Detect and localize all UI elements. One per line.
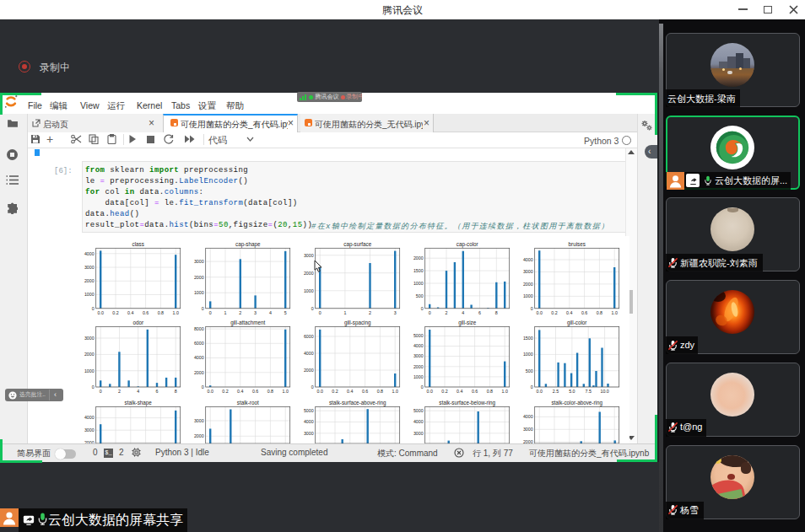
svg-text:3000: 3000 [194,259,204,264]
svg-text:8: 8 [175,389,177,394]
svg-text:0: 0 [421,384,424,390]
svg-text:2000: 2000 [84,278,95,283]
svg-text:2: 2 [369,310,371,315]
svg-text:1000: 1000 [523,293,533,298]
svg-text:3: 3 [394,310,397,315]
svg-text:odor: odor [132,320,143,325]
svg-text:0.6: 0.6 [252,389,258,394]
svg-text:2000: 2000 [84,440,95,443]
svg-text:2000: 2000 [194,370,204,375]
svg-text:0.4: 0.4 [237,389,243,394]
svg-text:gill-spacing: gill-spacing [344,320,371,326]
svg-text:0: 0 [92,384,95,390]
svg-text:6000: 6000 [194,341,204,346]
svg-text:stalk-root: stalk-root [237,400,259,406]
svg-text:1.0: 1.0 [502,389,508,394]
svg-text:bruises: bruises [569,241,586,247]
svg-text:4000: 4000 [304,419,314,424]
svg-text:0: 0 [311,384,314,390]
svg-text:0.6: 0.6 [581,310,587,315]
svg-text:1000: 1000 [304,288,314,293]
svg-text:class: class [132,241,144,247]
svg-text:2000: 2000 [304,368,314,373]
svg-text:3000: 3000 [413,353,424,358]
svg-text:2: 2 [118,389,121,394]
svg-text:4000: 4000 [523,414,533,419]
svg-text:5000: 5000 [304,408,314,413]
svg-text:2000: 2000 [523,282,533,287]
svg-text:3000: 3000 [84,336,95,341]
svg-text:0.6: 0.6 [143,310,149,315]
svg-text:4000: 4000 [304,351,314,356]
svg-text:8: 8 [495,310,498,315]
svg-text:0.8: 0.8 [377,389,383,394]
svg-text:6: 6 [156,389,159,394]
svg-text:0.0: 0.0 [537,310,543,315]
svg-text:gill-attachment: gill-attachment [230,320,265,326]
svg-text:2.5: 2.5 [553,389,559,394]
svg-text:1000: 1000 [84,292,95,297]
svg-text:3000: 3000 [523,269,533,274]
svg-text:8000: 8000 [194,326,204,331]
svg-text:2: 2 [239,310,241,315]
svg-text:0.6: 0.6 [472,389,478,394]
svg-text:0: 0 [92,306,95,311]
svg-text:3000: 3000 [304,253,314,258]
svg-text:0: 0 [531,384,533,390]
svg-text:cap-shape: cap-shape [235,241,261,248]
svg-text:0.4: 0.4 [566,310,572,315]
svg-text:1: 1 [224,310,227,315]
svg-text:0: 0 [421,306,424,311]
svg-text:0.4: 0.4 [347,389,353,394]
svg-text:5000: 5000 [413,333,424,338]
svg-text:2000: 2000 [413,255,424,261]
svg-text:1000: 1000 [523,352,533,357]
svg-text:3000: 3000 [304,431,314,436]
svg-text:0.4: 0.4 [457,389,462,394]
svg-text:2000: 2000 [194,275,204,280]
svg-text:0.0: 0.0 [537,389,543,394]
svg-text:3: 3 [254,310,257,315]
svg-text:2000: 2000 [523,439,533,443]
svg-text:3000: 3000 [523,427,533,432]
svg-text:2000: 2000 [194,433,204,438]
svg-text:1500: 1500 [523,336,533,341]
svg-text:0.2: 0.2 [222,389,228,394]
svg-text:1000: 1000 [413,374,424,379]
svg-text:0: 0 [100,389,102,394]
svg-text:4000: 4000 [523,257,533,262]
svg-text:500: 500 [416,293,424,298]
svg-text:0.2: 0.2 [551,310,557,315]
svg-text:4: 4 [462,310,464,315]
svg-text:4: 4 [137,389,139,394]
svg-text:0: 0 [319,310,321,315]
svg-text:1.0: 1.0 [612,310,618,315]
svg-text:0.4: 0.4 [127,310,133,315]
svg-text:3000: 3000 [413,431,424,436]
svg-text:stalk-shape: stalk-shape [125,400,153,406]
svg-text:gill-size: gill-size [458,320,476,326]
svg-text:4000: 4000 [413,419,424,424]
svg-text:0.2: 0.2 [112,310,118,315]
svg-text:6000: 6000 [304,334,314,339]
svg-text:5: 5 [284,310,287,315]
svg-text:2000: 2000 [84,352,95,357]
svg-text:0.0: 0.0 [317,389,323,394]
svg-text:0: 0 [202,384,204,390]
svg-text:0.0: 0.0 [208,389,213,394]
svg-text:7.5: 7.5 [586,389,592,394]
svg-text:2: 2 [446,310,448,315]
svg-text:1.0: 1.0 [283,389,289,394]
svg-text:6: 6 [478,310,481,315]
svg-text:0.8: 0.8 [158,310,164,315]
svg-text:gill-color: gill-color [567,320,586,326]
svg-text:3000: 3000 [84,265,95,270]
svg-text:cap-color: cap-color [457,241,478,248]
svg-text:0: 0 [429,310,431,315]
svg-text:stalk-surface-below-ring: stalk-surface-below-ring [439,400,495,406]
svg-text:0.0: 0.0 [98,310,104,315]
svg-text:0.8: 0.8 [487,389,493,394]
svg-text:1500: 1500 [413,268,424,273]
svg-text:2000: 2000 [413,364,424,369]
svg-text:0: 0 [311,306,314,311]
